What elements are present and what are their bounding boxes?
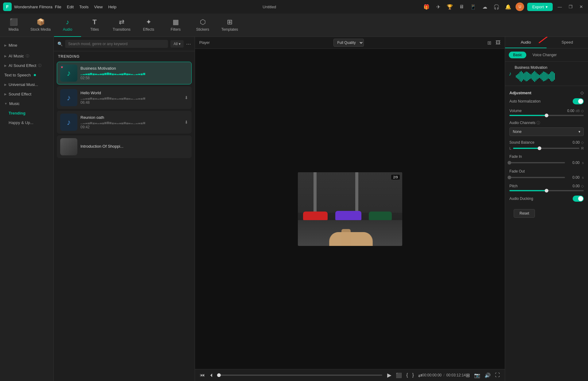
headset-icon[interactable]: 🎧 [492,2,501,11]
download-icon-2[interactable]: ⬇ [185,95,188,100]
np-wave-bar [539,75,540,78]
menu-view[interactable]: View [94,5,103,9]
paper-plane-icon[interactable]: ✈ [434,2,442,11]
tool-effects[interactable]: ✦ Effects [135,14,162,37]
sidebar-item-happy[interactable]: Happy & Up... [0,118,53,127]
pitch-label-row: Pitch 0.00 ◇ [509,184,584,188]
download-icon-3[interactable]: ⬇ [185,120,188,125]
menu-tools[interactable]: Tools [79,5,88,9]
sound-balance-slider[interactable] [513,148,579,149]
sidebar-item-music[interactable]: ▼ Music [0,99,53,108]
shop-thumb [60,138,77,155]
transitions-icon: ⇄ [119,18,124,26]
audio-thumb-4 [60,138,77,155]
fade-in-slider[interactable] [509,162,565,163]
search-input[interactable] [65,40,168,48]
sidebar-item-text-to-speech[interactable]: Text to Speech [0,70,53,80]
export-button[interactable]: Export ▾ [527,3,553,11]
grid-icon[interactable]: ⊞ [487,40,491,46]
tts-dot [34,74,36,76]
tool-stickers[interactable]: ⬡ Stickers [189,14,216,37]
volume-thumb[interactable] [545,114,548,117]
np-wave-bar [550,72,551,81]
step-back-icon[interactable]: ⏴ [209,372,214,378]
maximize-button[interactable]: ❐ [567,4,574,10]
avatar[interactable]: U [516,2,524,11]
prev-frame-icon[interactable]: ⏮ [200,372,205,378]
tool-audio[interactable]: ♪ Audio [54,14,81,37]
tool-transitions[interactable]: ⇄ Transitions [108,14,135,37]
mark-in-icon[interactable]: { [406,372,408,378]
sidebar-item-trending[interactable]: Trending [0,108,53,118]
subtab-basic[interactable]: Basic [509,52,526,58]
monitor-icon[interactable]: 🖥 [457,2,466,11]
timeline-actions-icon[interactable]: ⇄ [418,372,422,378]
cloud-icon[interactable]: ☁ [481,2,489,11]
quality-select[interactable]: Full Quality 1/2 Quality 1/4 Quality [333,39,364,47]
screen-mode-icon[interactable]: ⊞ [466,372,470,378]
audio-item-shopping[interactable]: Introduction Of Shoppi... [57,135,192,158]
reset-button[interactable]: Reset [514,209,535,218]
tab-audio[interactable]: Audio [505,37,547,48]
fade-in-thumb[interactable] [508,161,511,165]
snapshot-icon[interactable]: 📷 [474,372,480,378]
pitch-thumb[interactable] [545,189,548,192]
image-icon[interactable]: 🖼 [496,40,500,46]
filter-button[interactable]: All ▾ [170,40,184,48]
pitch-slider[interactable] [509,190,584,191]
mark-out-icon[interactable]: } [412,372,414,378]
sound-balance-value: 0.00 [573,140,580,145]
mobile-icon[interactable]: 📱 [469,2,477,11]
sound-balance-label: Sound Balance [509,140,534,145]
close-button[interactable]: ✕ [578,4,585,10]
export-label: Export [532,5,544,9]
fade-out-thumb[interactable] [508,176,511,179]
sidebar-item-sound-effect[interactable]: ▶ Sound Effect [0,89,53,99]
auto-normalization-toggle[interactable] [573,98,584,104]
tab-speed[interactable]: Speed [547,37,588,48]
sidebar-item-ai-sound-effect[interactable]: ▶ AI Sound Effect ⓘ [0,61,53,70]
progress-bar-container[interactable] [219,375,382,376]
sidebar-item-mine[interactable]: ▶ Mine [0,41,53,50]
np-wave-bar [524,72,525,80]
audio-waveform-3: ▁▂▃▄▅▄▃▂▃▄▅▆▅▄▃▂▃▄▅▄▃▂▁▂▃▄▅ [80,121,181,124]
minimize-button[interactable]: — [556,4,564,10]
menu-help[interactable]: Help [108,5,116,9]
preview-header: Player Full Quality 1/2 Quality 1/4 Qual… [195,37,505,49]
menu-bar: File Edit Tools View Help [55,5,116,9]
trophy-icon[interactable]: 🏆 [446,2,454,11]
volume-icon[interactable]: 🔊 [485,372,491,378]
stop-icon[interactable]: ⬛ [396,372,402,378]
tool-filters[interactable]: ▦ Filters [162,14,189,37]
sidebar-item-universal-music[interactable]: ▶ Universal Musi... [0,80,53,89]
notification-icon[interactable]: 🔔 [504,2,512,11]
auto-normalization-row: Auto Normalization [509,98,584,104]
menu-file[interactable]: File [55,5,61,9]
tool-templates[interactable]: ⊞ Templates [216,14,243,37]
audio-item-hello-world[interactable]: ♪ Hello World ▁▂▃▄▅▄▃▂▃▄▅▆▅▄▃▂▃▄▅▄▃▂▁▂▃▄… [57,86,192,109]
auto-normalization-knob [578,99,583,104]
balance-thumb[interactable] [538,146,541,150]
progress-thumb[interactable] [217,373,221,377]
gift-icon[interactable]: 🎁 [422,2,431,11]
sidebar-item-ai-music[interactable]: ▶ AI Music ⓘ [0,51,53,61]
audio-channels-select[interactable]: None ▾ [509,127,584,136]
fullscreen-icon[interactable]: ⛶ [495,372,500,378]
fade-out-slider[interactable] [509,177,565,178]
audio-item-reunion-oath[interactable]: ♪ Reunion oath ▁▂▃▄▅▄▃▂▃▄▅▆▅▄▃▂▃▄▅▄▃▂▁▂▃… [57,111,192,134]
audio-channels-label-row: Audio Channels ⓘ [509,120,584,126]
adjustment-section: Adjustment ◇ Auto Normalization Volume 0… [505,86,588,223]
volume-slider[interactable] [509,115,584,116]
heart-icon-1: ♥ [61,65,63,69]
subtab-voice-changer[interactable]: Voice Changer [528,52,561,58]
menu-edit[interactable]: Edit [67,5,74,9]
tool-titles[interactable]: T Titles [81,14,108,37]
np-wave-bar [526,72,527,81]
audio-ducking-toggle[interactable] [573,196,584,202]
audio-info-2: Hello World ▁▂▃▄▅▄▃▂▃▄▅▆▅▄▃▂▃▄▅▄▃▂▁▂▃▄▅ … [80,91,181,105]
more-options-icon[interactable]: ⋯ [186,41,191,47]
tool-media[interactable]: ⬛ Media [0,14,27,37]
play-pause-icon[interactable]: ▶ [387,372,391,379]
tool-stock-media[interactable]: 📦 Stock Media [27,14,54,37]
audio-item-business-motivation[interactable]: ♥ ♪ Business Motivation ▁▂▃▄▅▄▃▂▃▄▅▆▅▄▃▂… [57,62,192,84]
